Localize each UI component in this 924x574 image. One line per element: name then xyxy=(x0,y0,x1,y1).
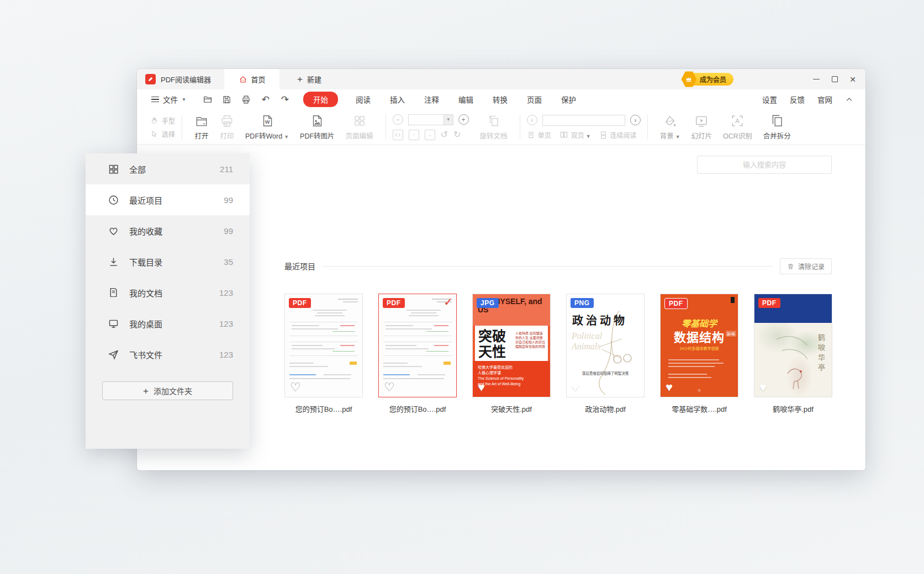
ribbon-tab-insert[interactable]: 插入 xyxy=(390,94,405,105)
ocr-label: OCR识别 xyxy=(723,130,752,141)
hand-tool-button[interactable]: 手型 xyxy=(150,116,175,125)
double-page-button[interactable]: 双页▼ xyxy=(559,130,591,140)
rotate-document-button[interactable]: 旋转文档 xyxy=(474,114,513,141)
prev-page-button[interactable]: ‹ xyxy=(527,115,537,125)
file-card-selected[interactable]: PDF ✓ ♡ 您的预订Bo….pdf xyxy=(378,294,457,414)
sidebar-item-all[interactable]: 全部 211 xyxy=(86,153,250,184)
download-icon xyxy=(108,256,119,268)
file-name: 鹤唳华亭.pdf xyxy=(754,403,832,414)
sidebar-item-documents[interactable]: 我的文档 123 xyxy=(86,277,250,308)
ribbon-tab-comment[interactable]: 注释 xyxy=(424,94,439,105)
page-grid-icon xyxy=(352,114,367,128)
maximize-button[interactable] xyxy=(831,76,838,83)
feedback-link[interactable]: 反馈 xyxy=(790,94,805,105)
add-folder-button[interactable]: + 添加文件夹 xyxy=(102,381,233,400)
continuous-label: 连续阅读 xyxy=(610,130,637,140)
slideshow-button[interactable]: 幻灯片 xyxy=(686,114,718,141)
favorite-heart-icon[interactable]: ♥ xyxy=(478,381,485,394)
search-input[interactable] xyxy=(697,156,832,174)
file-thumbnail: 政治动物 Political Animals 落后思维如何阻碍了明智决策 PNG… xyxy=(566,294,645,397)
file-thumbnail: 鹤唳华亭 PDF ♥ xyxy=(754,294,832,397)
fit-width-button[interactable]: ↔ xyxy=(425,130,435,140)
ribbon-tab-edit[interactable]: 编辑 xyxy=(458,94,473,105)
settings-link[interactable]: 设置 xyxy=(762,94,777,105)
tab-new-label: 新建 xyxy=(307,74,321,84)
next-page-button[interactable]: › xyxy=(630,115,641,125)
file-card[interactable]: ME, MYSELF, and US 突破天性 人格特质 如何塑造你的人生 全面… xyxy=(472,294,551,414)
background-button[interactable]: 背景▼ xyxy=(654,114,686,141)
file-name: 您的预订Bo….pdf xyxy=(378,403,457,414)
sidebar-item-downloads[interactable]: 下载目录 35 xyxy=(86,246,250,277)
ribbon-tab-start[interactable]: 开始 xyxy=(303,92,338,107)
crown-icon xyxy=(681,71,697,87)
undo-icon[interactable]: ↶ xyxy=(261,94,271,104)
file-type-badge: PDF xyxy=(383,298,405,308)
favorite-heart-icon[interactable]: ♥ xyxy=(666,381,673,394)
file-card[interactable]: 鹤唳华亭 PDF ♥ 鹤唳华亭.pdf xyxy=(754,294,832,414)
pdf-to-word-button[interactable]: W PDF转Word▼ xyxy=(240,114,294,141)
sidebar-item-feishu[interactable]: 飞书文件 123 xyxy=(86,339,250,370)
redo-icon[interactable]: ↷ xyxy=(280,94,290,104)
favorite-heart-icon[interactable]: ♡ xyxy=(290,381,301,394)
fit-page-button[interactable]: ⁘ xyxy=(409,130,419,140)
print-icon[interactable] xyxy=(241,94,251,104)
file-card[interactable]: PDF ♡ 您的预订Bo….pdf xyxy=(284,294,363,414)
plus-icon: + xyxy=(143,386,149,396)
zoom-in-button[interactable]: + xyxy=(458,114,469,125)
tab-new[interactable]: + 新建 xyxy=(287,69,331,89)
zoom-out-button[interactable]: − xyxy=(393,114,403,125)
zoom-level-select[interactable]: ▼ xyxy=(408,114,453,125)
actual-size-button[interactable]: 1:1 xyxy=(393,130,403,140)
become-member-button[interactable]: 成为会员 xyxy=(686,73,733,86)
minimize-button[interactable] xyxy=(812,76,820,83)
favorite-heart-icon[interactable]: ♡ xyxy=(384,381,395,394)
file-card[interactable]: 政治动物 Political Animals 落后思维如何阻碍了明智决策 PNG… xyxy=(566,294,645,414)
favorite-heart-icon[interactable]: ♥ xyxy=(759,381,767,394)
zoom-group: − ▼ + 1:1 ⁘ ↔ ↺ ↻ xyxy=(393,114,469,140)
rotate-left-button[interactable]: ↺ xyxy=(441,130,448,139)
sidebar-item-recent[interactable]: 最近项目 99 xyxy=(86,184,250,215)
file-name: 突破天性.pdf xyxy=(472,403,551,414)
ocr-button[interactable]: A OCR识别 xyxy=(717,114,758,141)
ribbon-tab-read[interactable]: 阅读 xyxy=(356,94,371,105)
document-icon xyxy=(108,287,119,299)
collapse-toolbar-icon[interactable] xyxy=(845,95,853,104)
file-type-badge: PNG xyxy=(571,298,594,308)
close-button[interactable]: ✕ xyxy=(849,76,857,83)
single-page-icon xyxy=(527,131,535,139)
select-tool-button[interactable]: 选择 xyxy=(150,129,175,139)
file-thumbnail: PDF ✓ ♡ xyxy=(378,294,457,397)
file-menu[interactable]: 文件 ▼ xyxy=(151,94,186,105)
clear-records-button[interactable]: 清除记录 xyxy=(780,258,832,274)
app-identity: PDF阅读编辑器 xyxy=(137,74,224,84)
page-edit-button[interactable]: 页面编辑 xyxy=(340,114,379,141)
favorite-heart-icon[interactable]: ♥ xyxy=(572,381,579,394)
single-page-button[interactable]: 单页 xyxy=(527,130,551,140)
merge-split-button[interactable]: 合并拆分 xyxy=(758,114,796,141)
chevron-down-icon: ▼ xyxy=(182,97,186,102)
rotate-right-button[interactable]: ↻ xyxy=(453,130,461,139)
file-card[interactable]: 零基础学 数据结构 第2版 24小时多媒体教学视频 ◎ PDF ♥ 零基础学数 xyxy=(660,294,738,414)
ribbon-tab-protect[interactable]: 保护 xyxy=(561,94,576,105)
website-link[interactable]: 官网 xyxy=(817,94,832,105)
divider xyxy=(182,115,182,139)
rotate-pages-icon xyxy=(487,114,501,128)
print-button[interactable]: 打印 xyxy=(214,114,240,141)
app-title: PDF阅读编辑器 xyxy=(161,74,211,84)
divider xyxy=(386,115,386,139)
pdf-to-image-button[interactable]: PDF转图片 xyxy=(294,114,340,141)
sidebar-item-desktop[interactable]: 我的桌面 123 xyxy=(86,308,250,339)
ribbon-tab-convert[interactable]: 转换 xyxy=(493,94,508,105)
open-button[interactable]: 打开 xyxy=(189,114,214,141)
file-menu-label: 文件 xyxy=(163,94,178,105)
svg-text:W: W xyxy=(265,119,270,125)
continuous-read-button[interactable]: 连续阅读 xyxy=(599,130,637,140)
tab-home[interactable]: 首页 xyxy=(224,69,279,89)
sidebar-item-favorites[interactable]: 我的收藏 99 xyxy=(86,215,250,246)
ribbon-tab-page[interactable]: 页面 xyxy=(527,94,542,105)
clear-records-label: 清除记录 xyxy=(798,262,825,271)
page-number-input[interactable] xyxy=(542,115,625,126)
trash-icon xyxy=(787,263,794,270)
save-icon[interactable] xyxy=(222,94,232,104)
open-file-icon[interactable] xyxy=(203,94,213,104)
